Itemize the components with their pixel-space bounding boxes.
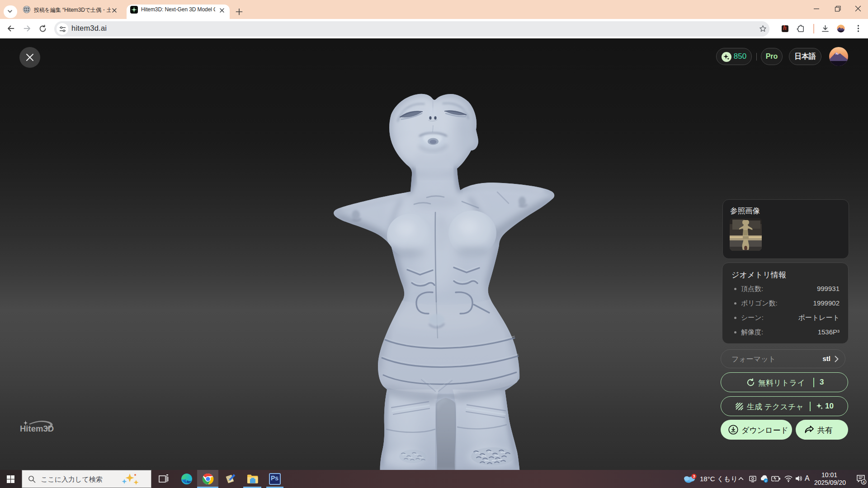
svg-text:Hitem3D: Hitem3D xyxy=(20,424,54,433)
svg-text:3: 3 xyxy=(693,474,695,479)
svg-text:4: 4 xyxy=(863,479,865,484)
